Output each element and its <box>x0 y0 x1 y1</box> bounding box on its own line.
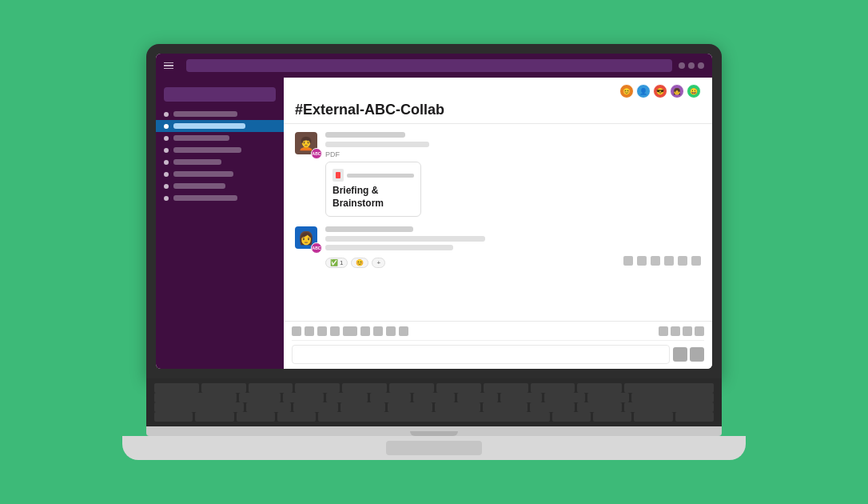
key-r[interactable] <box>295 383 340 393</box>
sidebar-item-6[interactable] <box>156 168 284 180</box>
key-m[interactable] <box>530 402 575 412</box>
sidebar-dot-2 <box>164 124 169 129</box>
sidebar-dot-3 <box>164 136 169 141</box>
send-dropdown[interactable] <box>690 347 704 362</box>
composer-input-area <box>292 345 704 364</box>
key-u[interactable] <box>436 383 481 393</box>
action-emoji-icon[interactable] <box>651 256 660 266</box>
tool-mention[interactable] <box>695 326 704 336</box>
key-shift-r[interactable] <box>624 402 714 412</box>
sidebar-item-1[interactable] <box>156 108 284 120</box>
key-shift-l[interactable] <box>154 402 244 412</box>
sidebar-item-5[interactable] <box>156 156 284 168</box>
key-o[interactable] <box>531 383 575 393</box>
pdf-card[interactable]: Briefing &Brainstorm <box>325 162 421 217</box>
laptop-base <box>122 436 746 460</box>
key-h[interactable] <box>457 393 499 402</box>
tool-emoji[interactable] <box>683 326 692 336</box>
key-comma[interactable] <box>577 402 622 412</box>
action-reply-icon[interactable] <box>664 256 674 266</box>
key-cmd-l[interactable] <box>277 412 316 422</box>
key-arrow-l[interactable] <box>634 412 672 422</box>
reaction-1[interactable]: ✅ 1 <box>325 258 348 268</box>
tool-quote[interactable] <box>399 326 408 336</box>
key-l[interactable] <box>587 393 629 402</box>
key-enter[interactable] <box>631 393 714 402</box>
reaction-emoji-1: ✅ <box>330 259 338 266</box>
key-g[interactable] <box>413 393 455 402</box>
key-fn[interactable] <box>154 412 193 422</box>
sidebar-item-3[interactable] <box>156 132 284 144</box>
tool-link[interactable] <box>330 326 340 336</box>
action-bookmark-icon[interactable] <box>678 256 687 266</box>
action-more-icon[interactable] <box>691 256 701 266</box>
key-d[interactable] <box>326 393 368 402</box>
tool-strikethrough[interactable] <box>317 326 327 336</box>
sidebar-search[interactable] <box>164 87 276 102</box>
sidebar-dot-8 <box>164 196 169 201</box>
message-actions <box>623 256 701 266</box>
dot1 <box>679 62 685 69</box>
tool-ol[interactable] <box>360 326 370 336</box>
key-bs[interactable] <box>624 383 714 393</box>
hamburger-icon[interactable] <box>164 62 173 70</box>
key-q[interactable] <box>154 383 199 393</box>
key-y[interactable] <box>389 383 434 393</box>
action-check-icon[interactable] <box>623 256 633 266</box>
dot2 <box>688 62 695 69</box>
sidebar-item-8[interactable] <box>156 192 284 204</box>
key-row-3 <box>154 402 714 412</box>
key-f[interactable] <box>370 393 412 402</box>
tool-bold[interactable] <box>292 326 301 336</box>
key-row-1 <box>154 383 714 393</box>
laptop: 😊 👤 😎 👧 😀 #External-ABC-Collab <box>122 44 746 460</box>
key-alt-r[interactable] <box>593 412 631 422</box>
key-cmd-r[interactable] <box>552 412 591 422</box>
tool-indent[interactable] <box>386 326 396 336</box>
pdf-icon-bar <box>347 174 414 178</box>
key-s[interactable] <box>283 393 325 402</box>
tool-attachment[interactable] <box>671 326 680 336</box>
key-caps[interactable] <box>154 393 237 402</box>
member-avatar-5: 😀 <box>687 84 701 98</box>
sidebar-item-2-active[interactable] <box>156 120 284 132</box>
key-w[interactable] <box>201 383 246 393</box>
key-c[interactable] <box>340 402 385 412</box>
sidebar-label-5 <box>173 159 221 165</box>
key-e[interactable] <box>249 383 293 393</box>
key-x[interactable] <box>293 402 338 412</box>
key-arrow-r[interactable] <box>675 412 714 422</box>
action-link-icon[interactable] <box>637 256 647 266</box>
key-p[interactable] <box>577 383 622 393</box>
composer-toolbar <box>292 326 704 341</box>
key-k[interactable] <box>544 393 586 402</box>
reaction-2[interactable]: 😊 <box>351 258 368 268</box>
reaction-add[interactable]: + <box>372 258 385 268</box>
key-z[interactable] <box>246 402 291 412</box>
tool-format[interactable] <box>659 326 668 336</box>
message-content-1: PDF Briefing &Brainstorm <box>325 132 701 217</box>
key-t[interactable] <box>342 383 387 393</box>
sidebar-item-7[interactable] <box>156 180 284 192</box>
tool-italic[interactable] <box>305 326 314 336</box>
key-n[interactable] <box>483 402 528 412</box>
trackpad[interactable] <box>386 441 482 455</box>
key-a[interactable] <box>239 393 281 402</box>
tool-ul[interactable] <box>373 326 383 336</box>
key-j[interactable] <box>500 393 542 402</box>
key-space[interactable] <box>318 412 550 422</box>
title-bar <box>156 54 712 78</box>
composer-right-tools <box>659 326 704 336</box>
pdf-icon-row <box>332 169 414 182</box>
key-alt-l[interactable] <box>237 412 275 422</box>
key-i[interactable] <box>484 383 528 393</box>
send-button[interactable] <box>673 347 687 362</box>
key-b[interactable] <box>435 402 480 412</box>
key-ctrl[interactable] <box>195 412 233 422</box>
key-v[interactable] <box>388 402 432 412</box>
sidebar-item-4[interactable] <box>156 144 284 156</box>
title-bar-search[interactable] <box>186 59 672 72</box>
sidebar-label-3 <box>173 135 229 141</box>
message-footer-2: ✅ 1 😊 + <box>325 254 701 268</box>
composer-input[interactable] <box>292 345 670 364</box>
